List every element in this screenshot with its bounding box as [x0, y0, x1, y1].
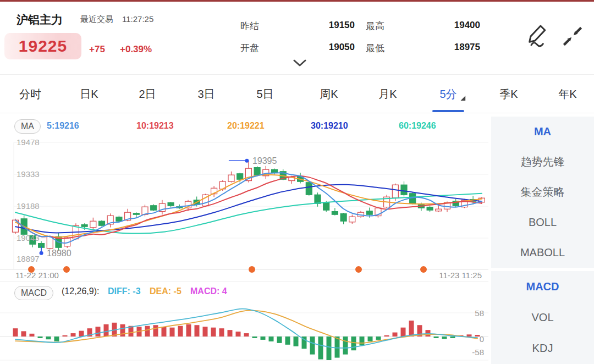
symbol-name: 沪铝主力	[16, 12, 63, 27]
tab-daily-k[interactable]: 日K	[80, 75, 98, 113]
sidebar-item-macd[interactable]: MACD	[491, 271, 594, 302]
tab-5min-label: 5分	[439, 88, 457, 100]
svg-text:19395: 19395	[252, 156, 277, 166]
active-tab-underline	[432, 110, 464, 112]
macd-tick-bottom: -58	[457, 348, 484, 357]
price-change: +75	[89, 44, 105, 55]
sidebar-item-maboll[interactable]: MABOLL	[491, 238, 594, 268]
last-trade-time: 11:27:25	[122, 14, 153, 24]
low-label: 最低	[366, 42, 384, 54]
top-accent-bar	[0, 0, 594, 2]
last-price-badge: 19225	[4, 33, 81, 59]
period-tab-bar: 分时 日K 2日 3日 5日 周K 月K 5分 季K 年K	[0, 75, 594, 113]
draw-pencil-icon[interactable]	[521, 22, 551, 49]
x-axis-right-label: 11-23 11:25	[424, 271, 482, 280]
tab-5day[interactable]: 5日	[256, 75, 273, 113]
y-tick-5: 18897	[16, 254, 40, 263]
tab-weekly-k[interactable]: 周K	[320, 75, 338, 113]
tab-dropdown-triangle-icon	[461, 96, 466, 101]
last-trade-label: 最近交易	[80, 14, 113, 25]
macd-chart-canvas[interactable]	[0, 300, 491, 364]
open-label: 开盘	[240, 42, 259, 54]
open-value: 19050	[275, 42, 355, 53]
y-tick-2: 19333	[16, 169, 40, 179]
tabbar-divider	[0, 113, 594, 113]
prev-settle-value: 19150	[275, 20, 355, 31]
sidebar-item-vol[interactable]: VOL	[491, 302, 594, 333]
y-tick-4: 19043	[16, 233, 40, 242]
macd-dea-legend: DEA: -5	[150, 286, 182, 296]
macd-tick-zero: 0	[457, 334, 484, 344]
tab-2day[interactable]: 2日	[139, 75, 156, 113]
tab-3day[interactable]: 3日	[197, 75, 215, 113]
price-change-percent: +0.39%	[120, 44, 152, 55]
sidebar-item-boll[interactable]: BOLL	[491, 207, 594, 238]
y-tick-1: 19478	[16, 137, 40, 147]
tab-quarterly-k[interactable]: 季K	[499, 75, 518, 113]
macd-tick-top: 58	[457, 308, 484, 318]
chevron-down-icon[interactable]	[293, 59, 307, 68]
tab-5min[interactable]: 5分	[439, 75, 457, 113]
sidebar-item-kdj[interactable]: KDJ	[491, 333, 594, 363]
high-value: 19400	[400, 20, 480, 31]
sub-indicator-panel: MACD VOL KDJ	[491, 271, 594, 364]
tab-yearly-k[interactable]: 年K	[558, 75, 576, 113]
macd-diff-legend: DIFF: -3	[108, 286, 141, 296]
svg-text:18980: 18980	[47, 249, 72, 258]
sidebar-item-ma[interactable]: MA	[491, 117, 594, 147]
x-axis-left-label: 11-22 21:00	[15, 271, 59, 280]
app-root: 沪铝主力 最近交易 11:27:25 19225 +75 +0.39% 昨结 1…	[0, 0, 594, 364]
main-indicator-panel: MA 趋势先锋 集金策略 BOLL MABOLL	[491, 117, 594, 268]
high-label: 最高	[366, 20, 384, 32]
sidebar-item-trend-pioneer[interactable]: 趋势先锋	[491, 147, 594, 177]
sidebar-item-jijin-strategy[interactable]: 集金策略	[491, 177, 594, 207]
tab-monthly-k[interactable]: 月K	[378, 75, 397, 113]
low-value: 18975	[400, 42, 480, 53]
tab-fenshi[interactable]: 分时	[19, 75, 41, 113]
macd-value-legend: MACD: 4	[190, 286, 227, 296]
collapse-icon[interactable]	[560, 24, 585, 48]
macd-divider	[0, 281, 488, 282]
prev-settle-label: 昨结	[240, 20, 259, 32]
last-price: 19225	[19, 37, 67, 56]
macd-indicator-pill[interactable]: MACD	[14, 286, 53, 300]
candlestick-chart-canvas[interactable]: 1898019395	[0, 115, 491, 280]
y-tick-3: 19188	[16, 201, 40, 211]
macd-params: (12,26,9):	[62, 286, 99, 296]
